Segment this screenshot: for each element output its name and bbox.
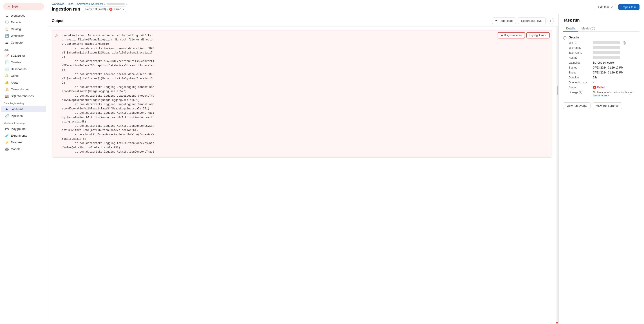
sidebar-item-job-runs[interactable]: ▶ Job Runs	[1, 106, 46, 112]
plus-icon: ＋	[7, 4, 10, 8]
lineage-label: Lineage i	[569, 91, 591, 94]
sidebar-item-sql-warehouses[interactable]: 🏭 SQL Warehouses	[1, 93, 46, 99]
status-failed-icon: ✕	[593, 86, 596, 89]
tab-details[interactable]: Details	[563, 25, 578, 32]
sidebar: ＋ New 🗂 Workspace 🕐 Recents 📋 Catalog 🔄 …	[0, 0, 47, 324]
topbar-actions: Edit task ↗ Repair task	[595, 4, 640, 10]
job-id-value	[593, 41, 620, 44]
lineage-info-icon[interactable]: i	[579, 91, 582, 94]
sidebar-item-catalog[interactable]: 📋 Catalog	[1, 26, 46, 32]
diagnose-error-button[interactable]: ◆ Diagnose error	[498, 32, 525, 38]
sidebar-item-compute[interactable]: ☁ Compute	[1, 39, 46, 46]
sidebar-item-features[interactable]: ⚡ Features	[1, 139, 46, 146]
output-scroll[interactable]: ⚠ ◆ Diagnose error Highlight error Execu…	[47, 26, 556, 324]
detail-row-lineage: Lineage i No lineage information for thi…	[569, 91, 640, 97]
sidebar-item-experiments[interactable]: 🧪 Experiments	[1, 132, 46, 139]
new-button[interactable]: ＋ New	[3, 3, 44, 10]
ended-label: Ended	[569, 71, 591, 74]
tab-metrics[interactable]: Metrics i	[578, 25, 598, 32]
experiments-icon: 🧪	[5, 134, 8, 137]
detail-row-task-run-id: Task run ID	[569, 51, 640, 54]
output-scroll-wrapper: ⚠ ◆ Diagnose error Highlight error Execu…	[47, 26, 558, 324]
dashboards-icon: 📊	[5, 67, 8, 71]
data-engineering-section-label: Data Engineering	[0, 99, 47, 106]
sql-warehouses-icon: 🏭	[5, 94, 8, 98]
catalog-icon: 📋	[5, 27, 8, 31]
ended-value: 07/23/2024, 01:19:42 PM	[593, 71, 623, 74]
queue-info-icon[interactable]: i	[584, 81, 587, 84]
sidebar-item-workflows[interactable]: 🔄 Workflows	[1, 32, 46, 39]
breadcrumb-serverless[interactable]: Serverless Workflows	[77, 2, 103, 5]
sidebar-item-query-history[interactable]: 📜 Query History	[1, 86, 46, 93]
output-header: Output 👁 Hide code Export as HTML ›	[47, 14, 558, 26]
started-label: Started	[569, 66, 591, 69]
sidebar-item-genie[interactable]: ✨ Genie	[1, 72, 46, 79]
error-toolbar: ◆ Diagnose error Highlight error	[498, 32, 550, 38]
chevron-right-icon: ›	[550, 19, 551, 22]
breadcrumb-sep3: ›	[104, 2, 105, 5]
repair-task-button[interactable]: Repair task	[618, 4, 640, 10]
workspace-icon: 🗂	[5, 14, 8, 17]
sidebar-item-workspace[interactable]: 🗂 Workspace	[1, 12, 46, 19]
sidebar-item-alerts[interactable]: 🔔 Alerts	[1, 79, 46, 86]
details-content: Details Job ID ⧉ Job run ID Task run ID	[569, 35, 640, 99]
job-id-copy-icon[interactable]: ⧉	[623, 41, 626, 44]
sidebar-item-queries[interactable]: 📄 Queries	[1, 59, 46, 66]
run-as-value	[593, 56, 620, 59]
sidebar-item-models[interactable]: 🤖 Models	[1, 146, 46, 152]
export-html-button[interactable]: Export as HTML	[518, 17, 546, 24]
sidebar-item-sql-editor[interactable]: 📝 SQL Editor	[1, 52, 46, 59]
sidebar-item-pipelines[interactable]: 🔗 Pipelines	[1, 112, 46, 119]
taskrun-panel: Task run Details Metrics i ⓘ Details Job…	[558, 14, 644, 324]
error-text: ExecutionError: An error occurred while …	[62, 33, 548, 154]
breadcrumb-jobs[interactable]: Jobs	[68, 2, 73, 5]
page-title: Ingestion run	[52, 6, 80, 12]
sidebar-item-dashboards[interactable]: 📊 Dashboards	[1, 66, 46, 72]
detail-row-queue-du: Queue du... i -	[569, 81, 640, 84]
queue-du-value: -	[593, 81, 594, 84]
details-section-title: Details	[569, 35, 640, 39]
detail-row-ended: Ended 07/23/2024, 01:19:42 PM	[569, 71, 640, 74]
job-run-id-value	[593, 46, 620, 49]
breadcrumb-workflows[interactable]: Workflows	[52, 2, 64, 5]
hide-code-button[interactable]: 👁 Hide code	[492, 17, 516, 24]
scrollbar-thumb[interactable]	[557, 86, 558, 95]
models-icon: 🤖	[5, 147, 8, 151]
sidebar-item-playground[interactable]: 🎮 Playground	[1, 125, 46, 132]
playground-icon: 🎮	[5, 127, 8, 131]
task-run-id-value	[593, 51, 620, 54]
topbar: Workflows › Jobs › Serverless Workflows …	[47, 0, 644, 14]
status-value: ✕ Failed	[593, 86, 605, 89]
sql-editor-icon: 📝	[5, 54, 8, 57]
metrics-info-icon[interactable]: i	[592, 27, 595, 30]
duration-value: 24s	[593, 76, 597, 79]
lineage-learn-more[interactable]: Learn more ↗	[593, 94, 634, 97]
machine-learning-section-label: Machine Learning	[0, 119, 47, 125]
eye-slash-icon: 👁	[495, 19, 498, 22]
taskrun-footer: View run events View run libraries	[563, 102, 640, 109]
scrollbar-track[interactable]	[556, 26, 558, 324]
retry-dropdown[interactable]: Retry: 1st (latest) · ✕ Failed ▾	[83, 6, 126, 12]
workflows-icon: 🔄	[5, 34, 8, 37]
breadcrumb-sep1: ›	[66, 2, 66, 5]
edit-task-button[interactable]: Edit task ↗	[595, 4, 616, 10]
launched-value: By retry scheduler	[593, 61, 615, 64]
view-run-libraries-button[interactable]: View run libraries	[593, 102, 622, 109]
alerts-icon: 🔔	[5, 81, 8, 84]
retry-label: Retry: 1st (latest)	[86, 8, 106, 11]
recents-icon: 🕐	[5, 20, 8, 24]
dropdown-chevron-icon: ▾	[122, 8, 124, 11]
highlight-error-button[interactable]: Highlight error	[526, 32, 550, 38]
sidebar-item-recents[interactable]: 🕐 Recents	[1, 19, 46, 26]
external-link-small-icon: ↗	[607, 94, 609, 97]
error-content: ExecutionError: An error occurred while …	[62, 33, 548, 154]
genie-icon: ✨	[5, 74, 8, 77]
error-warning-icon: ⚠	[55, 33, 58, 38]
collapse-button[interactable]: ›	[548, 18, 554, 24]
view-run-events-button[interactable]: View run events	[563, 102, 590, 109]
detail-row-job-run-id: Job run ID	[569, 46, 640, 49]
pipelines-icon: 🔗	[5, 114, 8, 117]
external-link-icon: ↗	[611, 5, 613, 8]
duration-label: Duration	[569, 76, 591, 79]
job-id-label: Job ID	[569, 41, 591, 44]
